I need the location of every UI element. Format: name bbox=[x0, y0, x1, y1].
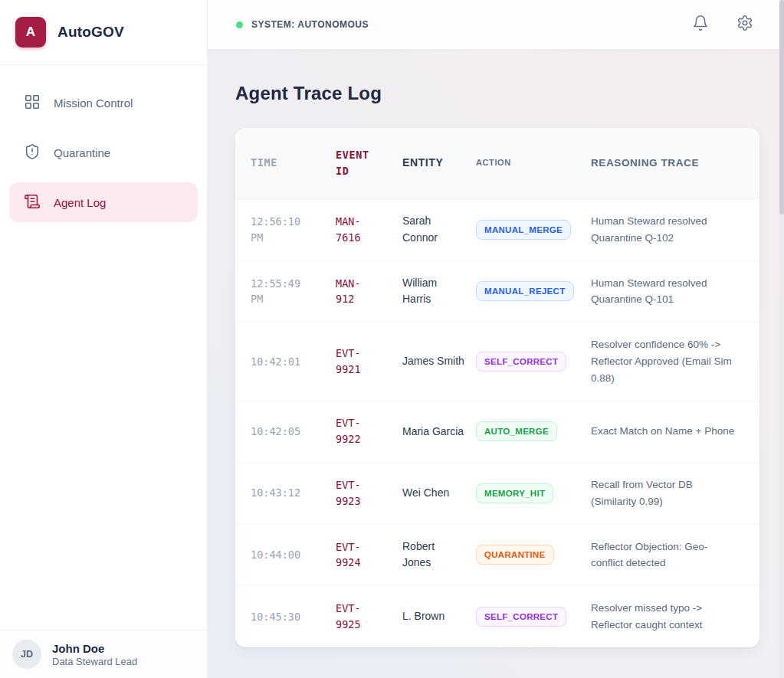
sidebar-item-agent-log[interactable]: Agent Log bbox=[9, 182, 198, 222]
avatar: JD bbox=[12, 640, 41, 669]
user-role: Data Steward Lead bbox=[52, 656, 137, 667]
cell-event-id: EVT-9924 bbox=[336, 539, 379, 572]
brand-name: AutoGOV bbox=[57, 24, 124, 41]
cell-time: 10:42:05 bbox=[251, 424, 315, 440]
cell-reasoning: Human Steward resolved Quarantine Q-102 bbox=[591, 213, 744, 247]
user-footer[interactable]: JD John Doe Data Steward Lead bbox=[0, 630, 207, 678]
cell-time: 10:44:00 bbox=[251, 547, 315, 563]
cell-time: 12:56:10 PM bbox=[251, 214, 315, 246]
page-title: Agent Trace Log bbox=[235, 83, 759, 104]
sidebar-nav: Mission ControlQuarantineAgent Log bbox=[0, 65, 207, 232]
trace-table: TIMEEVENT IDENTITYACTIONREASONING TRACE … bbox=[235, 128, 759, 647]
cell-event-id: EVT-9922 bbox=[336, 415, 379, 447]
cell-event-id: EVT-9925 bbox=[336, 601, 379, 633]
action-badge: MEMORY_HIT bbox=[476, 483, 553, 503]
table-row[interactable]: 10:44:00EVT-9924Robert JonesQUARANTINERe… bbox=[235, 525, 759, 587]
sidebar-item-label: Agent Log bbox=[54, 196, 106, 209]
cell-entity: L. Brown bbox=[402, 608, 465, 625]
cell-entity: William Harris bbox=[402, 275, 465, 308]
cell-reasoning: Resolver missed typo -> Reflector caught… bbox=[591, 600, 744, 634]
cell-event-id: MAN-912 bbox=[336, 276, 379, 308]
table-row[interactable]: 12:56:10 PMMAN-7616Sarah ConnorMANUAL_ME… bbox=[235, 199, 759, 261]
cell-event-id: EVT-9923 bbox=[336, 477, 379, 509]
sidebar: A AutoGOV Mission ControlQuarantineAgent… bbox=[0, 0, 208, 678]
brand-header: A AutoGOV bbox=[0, 0, 207, 65]
bell-icon[interactable] bbox=[692, 15, 709, 34]
cell-time: 10:45:30 bbox=[251, 609, 315, 625]
cell-entity: Robert Jones bbox=[402, 539, 465, 572]
scrollbar[interactable] bbox=[779, 0, 784, 678]
table-row[interactable]: 10:43:12EVT-9923Wei ChenMEMORY_HITRecall… bbox=[235, 463, 759, 525]
cell-entity: James Smith bbox=[402, 353, 465, 370]
table-row[interactable]: 10:42:05EVT-9922Maria GarciaAUTO_MERGEEx… bbox=[235, 401, 759, 463]
brand-logo: A bbox=[15, 17, 46, 47]
cell-action: QUARANTINE bbox=[476, 545, 591, 565]
cell-time: 10:43:12 bbox=[251, 485, 315, 501]
cell-reasoning: Human Steward resolved Quarantine Q-101 bbox=[591, 275, 744, 309]
cell-reasoning: Reflector Objection: Geo-conflict detect… bbox=[591, 539, 744, 572]
shield-alert-icon bbox=[24, 143, 41, 162]
sidebar-item-quarantine[interactable]: Quarantine bbox=[9, 133, 198, 172]
cell-entity: Sarah Connor bbox=[402, 213, 465, 246]
system-status: SYSTEM: AUTONOMOUS bbox=[236, 19, 369, 30]
gear-icon[interactable] bbox=[736, 15, 753, 34]
action-badge: QUARANTINE bbox=[476, 545, 554, 565]
scroll-text-icon bbox=[24, 193, 41, 212]
cell-action: MANUAL_REJECT bbox=[476, 281, 591, 301]
action-badge: MANUAL_MERGE bbox=[476, 220, 571, 240]
action-badge: SELF_CORRECT bbox=[476, 352, 566, 372]
column-header: EVENT ID bbox=[336, 147, 379, 179]
cell-action: MANUAL_MERGE bbox=[476, 220, 591, 240]
table-row[interactable]: 12:55:49 PMMAN-912William HarrisMANUAL_R… bbox=[235, 261, 759, 323]
main-area: SYSTEM: AUTONOMOUS Agent Trace Log TIMEE… bbox=[208, 0, 784, 678]
table-header-row: TIMEEVENT IDENTITYACTIONREASONING TRACE bbox=[235, 128, 759, 199]
scrollbar-thumb[interactable] bbox=[779, 0, 784, 215]
user-name: John Doe bbox=[52, 641, 137, 657]
topbar: SYSTEM: AUTONOMOUS bbox=[208, 0, 784, 50]
column-header: REASONING TRACE bbox=[591, 155, 744, 172]
action-badge: SELF_CORRECT bbox=[476, 607, 566, 627]
content: Agent Trace Log TIMEEVENT IDENTITYACTION… bbox=[208, 50, 784, 678]
cell-entity: Wei Chen bbox=[402, 485, 465, 502]
sidebar-item-label: Quarantine bbox=[54, 146, 110, 159]
status-dot-icon bbox=[236, 21, 243, 28]
cell-action: SELF_CORRECT bbox=[476, 607, 591, 627]
cell-action: SELF_CORRECT bbox=[476, 352, 591, 372]
cell-reasoning: Resolver confidence 60% -> Reflector App… bbox=[591, 336, 744, 387]
status-label: SYSTEM: AUTONOMOUS bbox=[251, 19, 369, 30]
table-body: 12:56:10 PMMAN-7616Sarah ConnorMANUAL_ME… bbox=[235, 199, 759, 647]
cell-action: MEMORY_HIT bbox=[476, 483, 591, 503]
cell-reasoning: Recall from Vector DB (Similarity 0.99) bbox=[591, 477, 744, 510]
table-row[interactable]: 10:45:30EVT-9925L. BrownSELF_CORRECTReso… bbox=[235, 586, 759, 647]
action-badge: MANUAL_REJECT bbox=[476, 281, 574, 301]
sidebar-item-mission-control[interactable]: Mission Control bbox=[9, 83, 198, 123]
layout-grid-icon bbox=[24, 93, 41, 113]
sidebar-item-label: Mission Control bbox=[54, 97, 133, 110]
column-header: ACTION bbox=[476, 156, 591, 169]
column-header: TIME bbox=[251, 155, 315, 171]
cell-event-id: MAN-7616 bbox=[336, 214, 379, 246]
user-info: John Doe Data Steward Lead bbox=[52, 641, 137, 668]
cell-event-id: EVT-9921 bbox=[336, 346, 379, 378]
action-badge: AUTO_MERGE bbox=[476, 421, 557, 441]
cell-time: 12:55:49 PM bbox=[251, 276, 315, 308]
cell-reasoning: Exact Match on Name + Phone bbox=[591, 423, 744, 440]
table-row[interactable]: 10:42:01EVT-9921James SmithSELF_CORRECTR… bbox=[235, 323, 759, 401]
cell-time: 10:42:01 bbox=[251, 354, 315, 370]
cell-entity: Maria Garcia bbox=[402, 424, 465, 441]
column-header: ENTITY bbox=[402, 155, 465, 172]
cell-action: AUTO_MERGE bbox=[476, 421, 591, 441]
